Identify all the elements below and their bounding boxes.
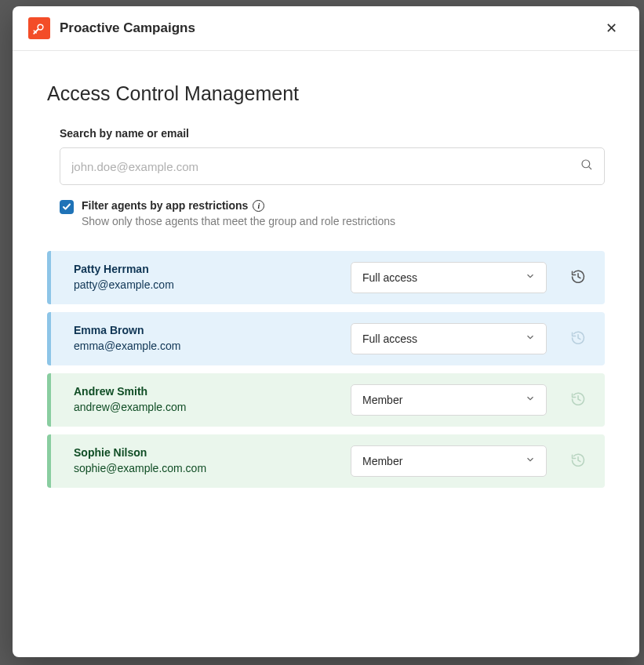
role-select[interactable]: Member — [351, 445, 547, 477]
close-icon: ✕ — [606, 20, 617, 36]
user-email: emma@example.com — [74, 339, 351, 354]
user-email: patty@example.com — [74, 278, 351, 293]
search-wrap — [60, 147, 605, 185]
svg-line-2 — [589, 167, 591, 169]
user-email: andrew@example.com — [74, 400, 351, 416]
filter-checkbox[interactable] — [60, 200, 74, 214]
app-logo-icon — [28, 17, 50, 39]
role-value: Member — [362, 394, 402, 406]
user-list: Patty Herrmanpatty@example.comFull acces… — [47, 251, 605, 488]
search-input[interactable] — [60, 147, 605, 185]
user-info: Emma Brownemma@example.com — [74, 323, 351, 354]
user-name: Patty Herrman — [74, 262, 351, 278]
history-button[interactable] — [566, 264, 591, 292]
filter-label: Filter agents by app restrictions — [82, 199, 248, 212]
role-select[interactable]: Full access — [351, 323, 547, 354]
history-button[interactable] — [566, 325, 591, 353]
user-row: Patty Herrmanpatty@example.comFull acces… — [47, 251, 605, 304]
role-select-button[interactable]: Member — [351, 445, 547, 477]
role-value: Full access — [362, 271, 417, 284]
search-section: Search by name or email — [47, 127, 605, 185]
info-icon[interactable]: i — [253, 200, 264, 212]
svg-point-1 — [582, 160, 590, 168]
modal-title: Proactive Campaigns — [60, 20, 599, 36]
history-icon — [570, 269, 586, 287]
search-icon — [580, 158, 594, 175]
user-info: Sophie Nilsonsophie@example.com.com — [74, 445, 351, 476]
role-value: Full access — [362, 332, 417, 345]
user-name: Sophie Nilson — [74, 445, 351, 461]
filter-text: Filter agents by app restrictions i Show… — [82, 199, 395, 227]
user-email: sophie@example.com.com — [74, 461, 351, 477]
history-icon — [570, 391, 586, 409]
user-row: Emma Brownemma@example.comFull access — [47, 312, 605, 365]
close-button[interactable]: ✕ — [599, 18, 624, 38]
role-select-button[interactable]: Member — [351, 384, 547, 416]
page-title: Access Control Management — [47, 82, 605, 105]
user-info: Andrew Smithandrew@example.com — [74, 384, 351, 415]
role-select[interactable]: Member — [351, 384, 547, 416]
filter-row: Filter agents by app restrictions i Show… — [47, 199, 605, 227]
history-icon — [570, 330, 586, 348]
access-control-modal: Proactive Campaigns ✕ Access Control Man… — [13, 6, 639, 657]
user-name: Andrew Smith — [74, 384, 351, 400]
modal-body: Access Control Management Search by name… — [13, 51, 639, 657]
user-info: Patty Herrmanpatty@example.com — [74, 262, 351, 293]
search-label: Search by name or email — [60, 127, 605, 140]
modal-header: Proactive Campaigns ✕ — [13, 6, 639, 51]
filter-description: Show only those agents that meet the gro… — [82, 215, 395, 227]
role-select-button[interactable]: Full access — [351, 323, 547, 354]
history-button[interactable] — [566, 448, 591, 475]
user-row: Sophie Nilsonsophie@example.com.comMembe… — [47, 434, 605, 488]
user-row: Andrew Smithandrew@example.comMember — [47, 373, 605, 427]
role-select-button[interactable]: Full access — [351, 262, 547, 293]
history-icon — [570, 452, 586, 471]
role-value: Member — [362, 455, 402, 467]
user-name: Emma Brown — [74, 323, 351, 339]
history-button[interactable] — [566, 387, 591, 414]
role-select[interactable]: Full access — [351, 262, 547, 293]
